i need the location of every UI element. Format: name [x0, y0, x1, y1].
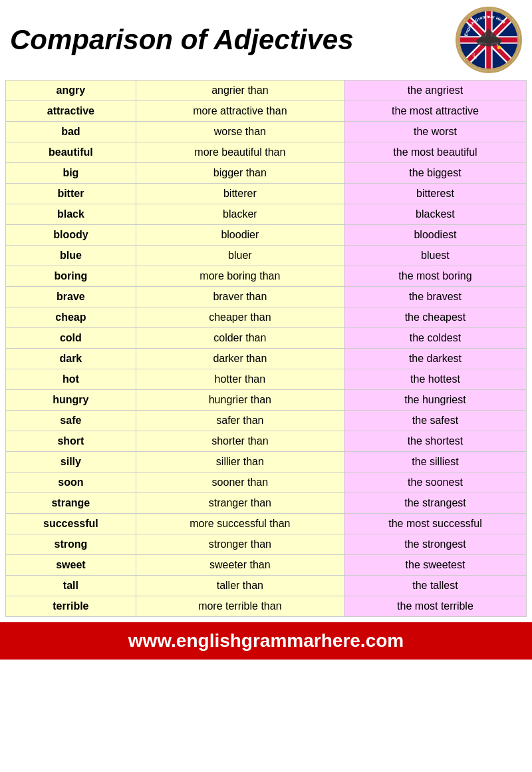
superlative-form: the biggest — [344, 163, 526, 184]
base-adjective: successful — [6, 514, 136, 534]
base-adjective: big — [6, 163, 136, 184]
superlative-form: the strongest — [344, 534, 526, 555]
table-row: shortshorter thanthe shortest — [6, 431, 527, 452]
superlative-form: the hottest — [344, 369, 526, 390]
table-row: sweetsweeter thanthe sweetest — [6, 555, 527, 576]
table-row: angryangrier thanthe angriest — [6, 81, 527, 101]
comparative-form: taller than — [136, 576, 344, 596]
base-adjective: soon — [6, 473, 136, 493]
base-adjective: hungry — [6, 390, 136, 411]
table-row: bigbigger thanthe biggest — [6, 163, 527, 184]
comparative-form: worse than — [136, 122, 344, 142]
table-row: hothotter thanthe hottest — [6, 369, 527, 390]
comparative-form: hungrier than — [136, 390, 344, 411]
table-row: badworse thanthe worst — [6, 122, 527, 142]
superlative-form: the most attractive — [344, 101, 526, 122]
comparative-form: more beautiful than — [136, 142, 344, 163]
table-row: strangestranger thanthe strangest — [6, 493, 527, 514]
table-row: beautifulmore beautiful thanthe most bea… — [6, 142, 527, 163]
table-row: cheapcheaper thanthe cheapest — [6, 307, 527, 328]
comparative-form: bitterer — [136, 184, 344, 204]
superlative-form: bitterest — [344, 184, 526, 204]
superlative-form: bluest — [344, 246, 526, 266]
base-adjective: short — [6, 431, 136, 452]
table-row: terriblemore terrible thanthe most terri… — [6, 596, 527, 617]
comparative-form: bigger than — [136, 163, 344, 184]
table-row: bravebraver thanthe bravest — [6, 287, 527, 307]
comparative-form: sillier than — [136, 452, 344, 473]
adjectives-table-wrapper: angryangrier thanthe angriestattractivem… — [0, 80, 532, 617]
superlative-form: the angriest — [344, 81, 526, 101]
svg-rect-12 — [498, 39, 500, 46]
superlative-form: the shortest — [344, 431, 526, 452]
base-adjective: terrible — [6, 596, 136, 617]
superlative-form: the most beautiful — [344, 142, 526, 163]
table-row: coldcolder thanthe coldest — [6, 328, 527, 349]
table-row: bloodybloodierbloodiest — [6, 225, 527, 246]
page-header: Comparison of Adjectives — [0, 0, 532, 77]
base-adjective: safe — [6, 411, 136, 431]
comparative-form: blacker — [136, 204, 344, 225]
footer-bar: www.englishgrammarhere.com — [0, 622, 532, 660]
svg-point-13 — [497, 45, 501, 49]
table-row: successfulmore successful thanthe most s… — [6, 514, 527, 534]
superlative-form: the most boring — [344, 266, 526, 287]
table-row: strongstronger thanthe strongest — [6, 534, 527, 555]
base-adjective: black — [6, 204, 136, 225]
superlative-form: the most successful — [344, 514, 526, 534]
comparative-form: sweeter than — [136, 555, 344, 576]
superlative-form: the sweetest — [344, 555, 526, 576]
superlative-form: the tallest — [344, 576, 526, 596]
table-row: talltaller thanthe tallest — [6, 576, 527, 596]
comparative-form: darker than — [136, 349, 344, 369]
base-adjective: tall — [6, 576, 136, 596]
base-adjective: dark — [6, 349, 136, 369]
superlative-form: the worst — [344, 122, 526, 142]
comparative-form: more attractive than — [136, 101, 344, 122]
superlative-form: the bravest — [344, 287, 526, 307]
comparative-form: braver than — [136, 287, 344, 307]
footer-url: www.englishgrammarhere.com — [128, 630, 404, 651]
base-adjective: bitter — [6, 184, 136, 204]
comparative-form: more terrible than — [136, 596, 344, 617]
comparative-form: stranger than — [136, 493, 344, 514]
table-row: sillysillier thanthe silliest — [6, 452, 527, 473]
table-row: darkdarker thanthe darkest — [6, 349, 527, 369]
table-row: boringmore boring thanthe most boring — [6, 266, 527, 287]
superlative-form: the cheapest — [344, 307, 526, 328]
superlative-form: the safest — [344, 411, 526, 431]
base-adjective: strange — [6, 493, 136, 514]
comparative-form: bluer — [136, 246, 344, 266]
table-row: blackblackerblackest — [6, 204, 527, 225]
comparative-form: shorter than — [136, 431, 344, 452]
comparative-form: cheaper than — [136, 307, 344, 328]
superlative-form: blackest — [344, 204, 526, 225]
base-adjective: sweet — [6, 555, 136, 576]
comparative-form: more boring than — [136, 266, 344, 287]
base-adjective: cold — [6, 328, 136, 349]
table-row: soonsooner thanthe soonest — [6, 473, 527, 493]
comparative-form: sooner than — [136, 473, 344, 493]
comparative-form: angrier than — [136, 81, 344, 101]
base-adjective: hot — [6, 369, 136, 390]
table-row: bitterbittererbitterest — [6, 184, 527, 204]
base-adjective: bad — [6, 122, 136, 142]
comparative-form: bloodier — [136, 225, 344, 246]
base-adjective: beautiful — [6, 142, 136, 163]
base-adjective: attractive — [6, 101, 136, 122]
table-row: safesafer thanthe safest — [6, 411, 527, 431]
superlative-form: the coldest — [344, 328, 526, 349]
superlative-form: the soonest — [344, 473, 526, 493]
base-adjective: strong — [6, 534, 136, 555]
superlative-form: the strangest — [344, 493, 526, 514]
superlative-form: the darkest — [344, 349, 526, 369]
comparative-form: stronger than — [136, 534, 344, 555]
base-adjective: blue — [6, 246, 136, 266]
logo: English Grammar Here .Com — [456, 7, 522, 73]
base-adjective: boring — [6, 266, 136, 287]
base-adjective: angry — [6, 81, 136, 101]
comparative-form: colder than — [136, 328, 344, 349]
base-adjective: brave — [6, 287, 136, 307]
comparative-form: more successful than — [136, 514, 344, 534]
page-title: Comparison of Adjectives — [10, 24, 354, 56]
